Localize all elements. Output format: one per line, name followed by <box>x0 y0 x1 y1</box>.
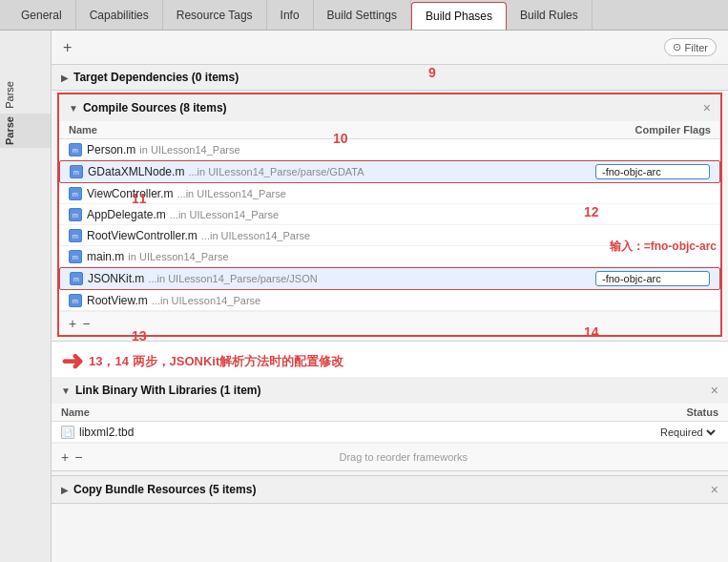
compile-row-0[interactable]: 11 m Person.m in UILesson14_Parse <box>59 139 720 160</box>
add-phase-button[interactable]: + <box>63 40 72 55</box>
compile-flags-input-1[interactable] <box>595 164 710 179</box>
file-path-7: ...in UILesson14_Parse <box>152 295 260 306</box>
file-path-3: ...in UILesson14_Parse <box>170 209 279 220</box>
annotation-12: 12 <box>584 204 599 219</box>
compile-row-2[interactable]: m ViewController.m ...in UILesson14_Pars… <box>59 183 720 204</box>
file-name-1: GDataXMLNode.m <box>88 165 184 178</box>
annotation-14: 14 <box>584 324 599 340</box>
file-name-2: ViewController.m <box>87 187 173 200</box>
section-link: ➜ 13，14 两步，JSONKit解析方法时的配置修改 ▼ Link Bina… <box>52 341 728 471</box>
link-section-bottom: + − Drag to reorder frameworks <box>52 443 728 470</box>
tab-info[interactable]: Info <box>267 0 314 30</box>
link-add-btn[interactable]: + <box>61 449 69 465</box>
compile-row-6[interactable]: 13 m JSONKit.m ...in UILesson14_Parse/pa… <box>59 267 720 290</box>
arrow-annotation-text: 13，14 两步，JSONKit解析方法时的配置修改 <box>89 353 343 370</box>
section-link-close[interactable]: × <box>711 383 718 398</box>
arrow-icon: ➜ <box>61 345 83 377</box>
tab-general[interactable]: General <box>8 0 76 30</box>
file-path-4: ...in UILesson14_Parse <box>201 230 310 241</box>
link-col-status: Status <box>604 406 718 418</box>
filter-icon: ⊙ <box>673 41 681 53</box>
collapse-icon-target-deps: ▶ <box>61 73 69 83</box>
link-file-status-0: Required Optional <box>656 426 718 439</box>
tab-build-settings[interactable]: Build Settings <box>314 0 411 30</box>
file-flags-1: 12 <box>576 164 710 179</box>
tab-resource-tags[interactable]: Resource Tags <box>163 0 267 30</box>
tab-build-phases[interactable]: Build Phases <box>411 2 507 30</box>
file-icon-doc-0: 📄 <box>61 426 74 439</box>
status-select-0[interactable]: Required Optional <box>656 426 718 439</box>
file-path-6: ...in UILesson14_Parse/parse/JSON <box>148 273 317 284</box>
section-copy-close[interactable]: × <box>711 482 718 497</box>
file-name-4: RootViewController.m <box>87 229 198 242</box>
section-compile: ▼ Compile Sources (8 items) 10 × Name Co… <box>57 93 722 337</box>
section-compile-title: Compile Sources (8 items) <box>83 101 227 114</box>
sidebar-item-parse-1[interactable]: Parse <box>0 78 51 112</box>
link-row-0[interactable]: 📄 libxml2.tbd Required Optional <box>52 422 728 443</box>
content-wrapper: + 9 ⊙ Filter ▶ Target Dependencies (0 it… <box>52 31 728 504</box>
collapse-icon-link: ▼ <box>61 385 71 396</box>
annotation-13: 13 <box>132 328 147 343</box>
file-path-2: ...in UILesson14_Parse <box>177 188 285 199</box>
compile-row-7[interactable]: m RootView.m ...in UILesson14_Parse <box>59 290 720 311</box>
link-table-header: Name Status <box>52 404 728 422</box>
compile-remove-btn[interactable]: − <box>82 316 90 331</box>
file-icon-5: m <box>69 250 82 263</box>
file-icon-4: m <box>69 229 82 242</box>
section-link-title: Link Binary With Libraries (1 item) <box>75 384 261 397</box>
file-name-6: JSONKit.m <box>88 272 144 285</box>
file-icon-6: m <box>70 272 83 285</box>
section-copy: ▶ Copy Bundle Resources (5 items) × <box>52 475 728 504</box>
compile-table-header: Name Compiler Flags <box>59 121 720 139</box>
tab-capabilities[interactable]: Capabilities <box>76 0 163 30</box>
annotation-9: 9 <box>428 65 436 80</box>
compile-col-flags: Compiler Flags <box>539 124 711 135</box>
arrow-annotation-area: ➜ 13，14 两步，JSONKit解析方法时的配置修改 <box>52 342 728 377</box>
file-name-5: main.m <box>87 250 124 263</box>
compile-section-bottom: + − <box>59 311 720 335</box>
file-icon-3: m <box>69 208 82 221</box>
section-copy-title: Copy Bundle Resources (5 items) <box>73 483 256 496</box>
section-compile-close[interactable]: × <box>703 100 711 115</box>
file-path-0: in UILesson14_Parse <box>139 144 239 156</box>
compile-add-btn[interactable]: + <box>69 316 76 331</box>
link-col-name: Name <box>61 406 604 418</box>
section-target-deps: ▶ Target Dependencies (0 items) <box>52 64 728 91</box>
compile-row-1[interactable]: m GDataXMLNode.m ...in UILesson14_Parse/… <box>59 160 720 183</box>
compile-col-name: Name <box>69 124 539 135</box>
file-flags-6: 14 <box>576 271 710 286</box>
filter-button[interactable]: ⊙ Filter <box>664 38 717 56</box>
section-target-deps-title: Target Dependencies (0 items) <box>73 71 239 84</box>
tab-bar: General Capabilities Resource Tags Info … <box>0 0 728 31</box>
section-compile-header[interactable]: ▼ Compile Sources (8 items) 10 × <box>59 94 720 121</box>
file-icon-7: m <box>69 294 82 307</box>
file-icon-0: m <box>69 143 82 156</box>
annotation-11: 11 <box>132 191 147 206</box>
compile-row-3[interactable]: m AppDelegate.m ...in UILesson14_Parse <box>59 204 720 225</box>
file-icon-2: m <box>69 187 82 200</box>
sidebar: Parse Parse <box>0 31 52 562</box>
file-name-0: Person.m <box>87 143 135 156</box>
compile-flags-input-6[interactable] <box>595 271 710 286</box>
tab-build-rules[interactable]: Build Rules <box>507 0 593 30</box>
collapse-icon-compile: ▼ <box>69 103 78 114</box>
drag-text: Drag to reorder frameworks <box>88 448 718 467</box>
filter-label: Filter <box>685 42 708 53</box>
section-copy-header[interactable]: ▶ Copy Bundle Resources (5 items) × <box>52 476 728 503</box>
file-icon-1: m <box>70 165 83 178</box>
annotation-input-hint: 输入：=fno-objc-arc <box>610 239 717 255</box>
main-content: Parse Parse + 9 ⊙ Filter <box>0 31 728 562</box>
file-name-3: AppDelegate.m <box>87 208 166 221</box>
section-link-header[interactable]: ▼ Link Binary With Libraries (1 item) × <box>52 377 728 404</box>
file-path-1: ...in UILesson14_Parse/parse/GDATA <box>188 166 364 177</box>
link-remove-btn[interactable]: − <box>74 449 82 465</box>
link-file-name-0: libxml2.tbd <box>79 426 134 439</box>
content-area: + 9 ⊙ Filter ▶ Target Dependencies (0 it… <box>52 31 728 562</box>
content-toolbar: + 9 ⊙ Filter <box>52 31 728 64</box>
file-name-7: RootView.m <box>87 294 148 307</box>
sidebar-item-parse-2[interactable]: Parse <box>0 114 51 148</box>
file-path-5: in UILesson14_Parse <box>128 251 228 262</box>
annotation-10: 10 <box>333 131 348 146</box>
collapse-icon-copy: ▶ <box>61 485 69 495</box>
section-target-deps-header[interactable]: ▶ Target Dependencies (0 items) <box>52 65 728 90</box>
